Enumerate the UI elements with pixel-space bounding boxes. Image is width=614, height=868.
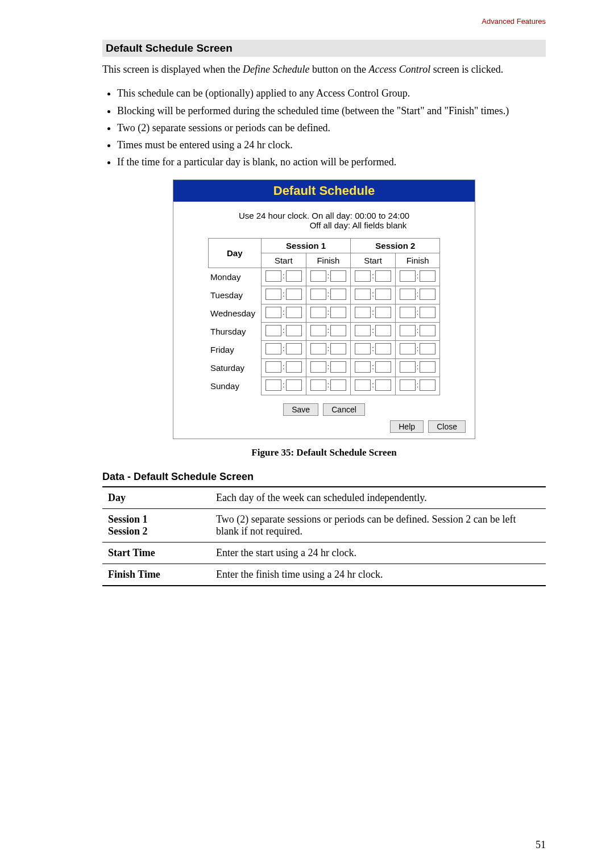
table-row: Friday : : : :: [208, 340, 440, 358]
save-button[interactable]: Save: [283, 403, 318, 416]
time-input[interactable]: :: [310, 379, 347, 391]
list-item: Blocking will be performed during the sc…: [117, 104, 546, 118]
list-item: If the time for a particular day is blan…: [117, 155, 546, 169]
table-row: Sunday : : : :: [208, 377, 440, 395]
time-input[interactable]: :: [354, 343, 392, 354]
day-label: Saturday: [208, 358, 261, 377]
list-item: This schedule can be (optionally) applie…: [117, 86, 546, 100]
time-input[interactable]: :: [354, 379, 392, 391]
col-s2-start: Start: [351, 253, 396, 268]
time-input[interactable]: :: [399, 270, 437, 282]
time-input[interactable]: :: [310, 289, 347, 300]
table-row: Monday : : : :: [208, 268, 440, 286]
list-item: Two (2) separate sessions or periods can…: [117, 121, 546, 135]
row-label: Session 1 Session 2: [102, 508, 210, 542]
day-label: Friday: [208, 340, 261, 358]
panel-note-line2: Off all day: All fields blank: [242, 220, 407, 230]
table-row: Finish Time Enter the finish time using …: [102, 564, 546, 586]
row-label: Finish Time: [102, 564, 210, 586]
time-input[interactable]: :: [399, 325, 437, 336]
schedule-panel: Default Schedule Use 24 hour clock. On a…: [173, 180, 475, 439]
row-desc: Two (2) separate sessions or periods can…: [210, 508, 546, 542]
intro-em-define-schedule: Define Schedule: [243, 64, 309, 75]
col-s2-finish: Finish: [395, 253, 440, 268]
time-input[interactable]: :: [354, 361, 392, 373]
list-item: Times must be entered using a 24 hr cloc…: [117, 138, 546, 152]
time-input[interactable]: :: [310, 307, 347, 318]
day-label: Tuesday: [208, 286, 261, 304]
section-title: Default Schedule Screen: [102, 40, 546, 57]
col-s1-start: Start: [261, 253, 306, 268]
time-input[interactable]: :: [354, 270, 392, 282]
time-input[interactable]: :: [399, 379, 437, 391]
intro-paragraph: This screen is displayed when the Define…: [102, 62, 546, 76]
time-input[interactable]: :: [399, 307, 437, 318]
row-label: Start Time: [102, 542, 210, 564]
panel-body: Use 24 hour clock. On all day: 00:00 to …: [173, 202, 475, 439]
page-number: 51: [536, 839, 546, 851]
time-input[interactable]: :: [265, 379, 302, 391]
cancel-button[interactable]: Cancel: [323, 403, 365, 416]
day-label: Thursday: [208, 322, 261, 340]
bullet-list: This schedule can be (optionally) applie…: [102, 86, 546, 169]
table-row: Day Each day of the week can scheduled i…: [102, 487, 546, 509]
panel-title: Default Schedule: [173, 180, 475, 202]
table-row: Tuesday : : : :: [208, 286, 440, 304]
button-row-right: Help Close: [181, 420, 467, 433]
time-input[interactable]: :: [399, 343, 437, 354]
table-row: Wednesday : : : :: [208, 304, 440, 322]
day-label: Wednesday: [208, 304, 261, 322]
intro-part-post: screen is clicked.: [430, 64, 503, 75]
intro-part-pre: This screen is displayed when the: [102, 64, 243, 75]
schedule-table: Day Session 1 Session 2 Start Finish Sta…: [208, 238, 441, 395]
time-input[interactable]: :: [354, 289, 392, 300]
time-input[interactable]: :: [354, 325, 392, 336]
time-input[interactable]: :: [265, 289, 302, 300]
table-row: Start Time Enter the start using a 24 hr…: [102, 542, 546, 564]
time-input[interactable]: :: [310, 325, 347, 336]
time-input[interactable]: :: [265, 325, 302, 336]
time-input[interactable]: :: [265, 270, 302, 282]
panel-note-line1: Use 24 hour clock. On all day: 00:00 to …: [239, 211, 409, 220]
figure-caption: Figure 35: Default Schedule Screen: [102, 447, 546, 458]
intro-em-access-control: Access Control: [368, 64, 430, 75]
row-label: Day: [102, 487, 210, 509]
close-button[interactable]: Close: [428, 420, 466, 433]
page: Advanced Features Default Schedule Scree…: [0, 0, 614, 868]
time-input[interactable]: :: [310, 361, 347, 373]
panel-note: Use 24 hour clock. On all day: 00:00 to …: [181, 211, 467, 230]
intro-part-mid: button on the: [309, 64, 368, 75]
table-row: Saturday : : : :: [208, 358, 440, 377]
time-input[interactable]: :: [399, 361, 437, 373]
row-desc: Enter the finish time using a 24 hr cloc…: [210, 564, 546, 586]
time-input[interactable]: :: [399, 289, 437, 300]
figure-default-schedule: Default Schedule Use 24 hour clock. On a…: [102, 180, 546, 439]
time-input[interactable]: :: [310, 270, 347, 282]
time-input[interactable]: :: [265, 307, 302, 318]
row-desc: Enter the start using a 24 hr clock.: [210, 542, 546, 564]
data-section-heading: Data - Default Schedule Screen: [102, 471, 546, 483]
col-day: Day: [208, 238, 261, 268]
time-input[interactable]: :: [310, 343, 347, 354]
running-header: Advanced Features: [482, 17, 546, 26]
day-label: Monday: [208, 268, 261, 286]
help-button[interactable]: Help: [390, 420, 424, 433]
time-input[interactable]: :: [354, 307, 392, 318]
button-row-center: Save Cancel: [181, 403, 467, 416]
col-session1: Session 1: [261, 238, 350, 253]
time-input[interactable]: :: [265, 343, 302, 354]
row-desc: Each day of the week can scheduled indep…: [210, 487, 546, 509]
col-session2: Session 2: [351, 238, 440, 253]
table-row: Session 1 Session 2 Two (2) separate ses…: [102, 508, 546, 542]
time-input[interactable]: :: [265, 361, 302, 373]
table-row: Thursday : : : :: [208, 322, 440, 340]
data-description-table: Day Each day of the week can scheduled i…: [102, 486, 546, 586]
col-s1-finish: Finish: [306, 253, 351, 268]
day-label: Sunday: [208, 377, 261, 395]
